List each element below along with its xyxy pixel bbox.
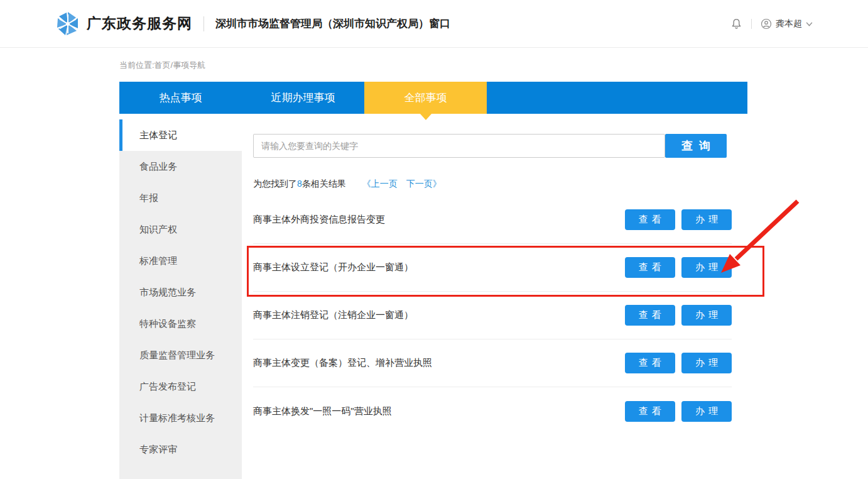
category-sidebar: 主体登记 食品业务 年报 知识产权 标准管理 市场规范业务 特种设备监察 质量监… (119, 119, 242, 479)
result-row: 商事主体换发"一照一码"营业执照 查看 办理 (253, 387, 732, 435)
handle-button[interactable]: 办理 (681, 209, 732, 230)
sidebar-item-market-regulation[interactable]: 市场规范业务 (119, 277, 242, 308)
header: 广东政务服务网 深圳市市场监督管理局（深圳市知识产权局）窗口 龚本超 (0, 0, 868, 48)
tab-label: 热点事项 (160, 91, 202, 105)
row-title: 商事主体外商投资信息报告变更 (253, 214, 625, 226)
sidebar-item-expert-review[interactable]: 专家评审 (119, 434, 242, 465)
header-right-divider (751, 19, 752, 29)
row-title: 商事主体设立登记（开办企业一窗通） (253, 262, 625, 273)
view-button[interactable]: 查看 (625, 305, 675, 326)
header-divider (203, 16, 204, 31)
handle-button[interactable]: 办理 (681, 257, 732, 278)
user-menu[interactable]: 龚本超 (761, 18, 813, 30)
notification-bell-icon[interactable] (730, 18, 742, 30)
chevron-down-icon (806, 22, 813, 26)
prev-page-link[interactable]: 《上一页 (362, 179, 398, 189)
tab-label: 近期办理事项 (271, 91, 335, 105)
sidebar-item-subject-registration[interactable]: 主体登记 (119, 119, 242, 151)
breadcrumb: 当前位置:首页/事项导航 (119, 60, 205, 71)
tab-label: 全部事项 (404, 91, 447, 105)
result-row: 商事主体外商投资信息报告变更 查看 办理 (253, 196, 732, 244)
search-input[interactable] (253, 134, 665, 158)
tab-hot-items[interactable]: 热点事项 (119, 82, 242, 114)
tab-all-items[interactable]: 全部事项 (364, 82, 487, 114)
row-title: 商事主体变更（备案）登记、增补营业执照 (253, 357, 625, 369)
tab-recent-items[interactable]: 近期办理事项 (242, 82, 364, 114)
sidebar-item-special-equipment[interactable]: 特种设备监察 (119, 308, 242, 339)
page: 广东政务服务网 深圳市市场监督管理局（深圳市知识产权局）窗口 龚本超 (0, 0, 868, 479)
results-suffix: 条相关结果 (302, 179, 346, 189)
result-row: 商事主体注销登记（注销企业一窗通） 查看 办理 (253, 292, 732, 339)
row-actions: 查看 办理 (625, 209, 732, 230)
view-button[interactable]: 查看 (625, 353, 675, 373)
view-button[interactable]: 查看 (625, 257, 675, 278)
row-actions: 查看 办理 (625, 257, 732, 278)
result-list: 商事主体外商投资信息报告变更 查看 办理 商事主体设立登记（开办企业一窗通） 查… (253, 196, 732, 435)
handle-button[interactable]: 办理 (681, 305, 732, 326)
window-title: 深圳市市场监督管理局（深圳市知识产权局）窗口 (215, 16, 450, 31)
result-row: 商事主体设立登记（开办企业一窗通） 查看 办理 (253, 244, 732, 292)
row-title: 商事主体注销登记（注销企业一窗通） (253, 309, 625, 321)
row-actions: 查看 办理 (625, 401, 732, 422)
sidebar-item-intellectual-property[interactable]: 知识产权 (119, 214, 242, 245)
sidebar-item-quality-supervision[interactable]: 质量监督管理业务 (119, 339, 242, 371)
handle-button[interactable]: 办理 (681, 353, 732, 373)
results-count: 8 (297, 179, 302, 189)
view-button[interactable]: 查看 (625, 401, 675, 422)
user-name: 龚本超 (776, 18, 802, 30)
row-title: 商事主体换发"一照一码"营业执照 (253, 405, 625, 417)
sidebar-item-annual-report[interactable]: 年报 (119, 182, 242, 214)
search-button[interactable]: 查询 (665, 134, 727, 158)
results-summary: 为您找到了8条相关结果《上一页下一页》 (253, 179, 442, 190)
pinwheel-logo-icon (55, 11, 80, 36)
results-prefix: 为您找到了 (253, 179, 297, 189)
brand-title: 广东政务服务网 (87, 14, 192, 33)
site-logo[interactable]: 广东政务服务网 (55, 11, 192, 36)
result-row: 商事主体变更（备案）登记、增补营业执照 查看 办理 (253, 339, 732, 387)
sidebar-item-food-business[interactable]: 食品业务 (119, 151, 242, 182)
next-page-link[interactable]: 下一页》 (406, 179, 442, 189)
sidebar-item-ad-publishing[interactable]: 广告发布登记 (119, 371, 242, 402)
sidebar-item-standard-management[interactable]: 标准管理 (119, 245, 242, 277)
row-actions: 查看 办理 (625, 305, 732, 326)
sidebar-item-metrology-standard[interactable]: 计量标准考核业务 (119, 402, 242, 434)
row-actions: 查看 办理 (625, 353, 732, 373)
handle-button[interactable]: 办理 (681, 401, 732, 422)
tabbar: 热点事项 近期办理事项 全部事项 (119, 82, 747, 114)
header-right: 龚本超 (730, 0, 813, 48)
view-button[interactable]: 查看 (625, 209, 675, 230)
user-avatar-icon (761, 18, 772, 30)
active-tab-caret (420, 113, 432, 120)
